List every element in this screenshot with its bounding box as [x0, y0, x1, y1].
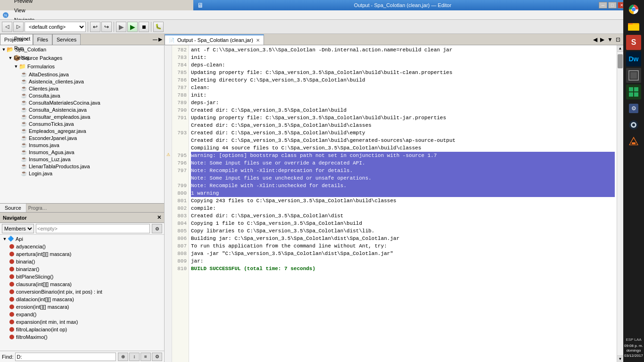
- side-action-icon[interactable]: [165, 106, 172, 113]
- file-item[interactable]: ☕ConsultaMaterialesCocina.java: [0, 99, 164, 106]
- side-action-icon[interactable]: [165, 166, 172, 173]
- find-sort-btn[interactable]: ↕: [129, 353, 140, 361]
- menu-item-preview[interactable]: Preview: [11, 0, 37, 6]
- side-action-icon[interactable]: ⚠: [165, 151, 172, 158]
- back-button[interactable]: ◁: [2, 22, 12, 32]
- file-item[interactable]: ☕Asistencia_clientes.java: [0, 78, 164, 85]
- side-action-icon[interactable]: [165, 196, 172, 204]
- api-class-item[interactable]: ▼ 🔷 Api: [0, 235, 164, 243]
- side-action-icon[interactable]: [165, 45, 172, 53]
- nav-method-item[interactable]: filtroLaplaciano(int op): [0, 326, 164, 333]
- side-action-icon[interactable]: [165, 90, 172, 98]
- scroll-up-btn[interactable]: ▲: [617, 45, 623, 52]
- members-dropdown[interactable]: Members: [2, 224, 34, 233]
- taskbar-s-icon[interactable]: S: [626, 35, 641, 50]
- side-action-icon[interactable]: [165, 234, 172, 241]
- minimize-button[interactable]: ─: [599, 2, 607, 8]
- panel-dash-button[interactable]: ─: [153, 36, 157, 43]
- nav-method-item[interactable]: bitPlaneSlicing(): [0, 273, 164, 280]
- side-action-icon[interactable]: [165, 53, 172, 60]
- side-action-icon[interactable]: [165, 83, 172, 90]
- file-item[interactable]: ☕Insumos_Agua.java: [0, 148, 164, 156]
- menu-item-view[interactable]: View: [11, 6, 37, 15]
- run-main-button[interactable]: ▶: [127, 22, 138, 32]
- side-action-icon[interactable]: [165, 121, 172, 128]
- side-action-icon[interactable]: [165, 136, 172, 143]
- taskbar-gear-icon[interactable]: ⚙: [626, 101, 641, 116]
- undo-button[interactable]: ↩: [90, 22, 100, 32]
- menu-item-debug[interactable]: Debug: [11, 53, 37, 62]
- side-action-icon[interactable]: [165, 219, 172, 226]
- nav-method-item[interactable]: dilatacion(int[][] mascara): [0, 296, 164, 303]
- side-action-icon[interactable]: [165, 241, 172, 249]
- panel-right-button[interactable]: ▶: [158, 36, 162, 42]
- find-filter-btn[interactable]: ≡: [140, 353, 151, 361]
- side-action-icon[interactable]: [165, 211, 172, 219]
- maximize-button[interactable]: □: [608, 2, 617, 8]
- nav-method-item[interactable]: apertura(int[][] mascara): [0, 250, 164, 258]
- find-prev-btn[interactable]: ⊕: [118, 353, 128, 361]
- nav-method-item[interactable]: adyacencia(): [0, 243, 164, 250]
- nav-method-item[interactable]: expand(): [0, 311, 164, 318]
- file-item[interactable]: ☕Consulta_Asistencia.java: [0, 106, 164, 113]
- file-item[interactable]: ☕ConsumoTicks.java: [0, 120, 164, 127]
- file-item[interactable]: ☕Empleados_agregar.java: [0, 127, 164, 134]
- nav-method-item[interactable]: filtroMaximo(): [0, 333, 164, 341]
- side-action-icon[interactable]: [165, 60, 172, 68]
- run-project-button[interactable]: ▶: [116, 22, 126, 32]
- menu-item-run[interactable]: Run: [11, 43, 37, 53]
- taskbar-grid-icon[interactable]: [626, 84, 641, 99]
- tab-nav-right[interactable]: ▶: [599, 36, 605, 43]
- source-tab[interactable]: Source: [0, 204, 26, 212]
- nav-method-item[interactable]: binaria(): [0, 258, 164, 265]
- side-action-icon[interactable]: [165, 98, 172, 106]
- config-dropdown[interactable]: <default config>: [25, 22, 86, 32]
- nav-method-item[interactable]: erosion(int[][] mascara): [0, 303, 164, 311]
- side-action-icon[interactable]: [165, 181, 172, 189]
- restore-btn[interactable]: ⊡: [615, 36, 621, 43]
- side-action-icon[interactable]: [165, 158, 172, 166]
- vertical-scrollbar[interactable]: ▲ ▼: [617, 45, 623, 362]
- nav-method-item[interactable]: expansion(int min, int max): [0, 318, 164, 326]
- file-item[interactable]: ☕Consulta.java: [0, 92, 164, 99]
- taskbar-vlc-icon[interactable]: [626, 134, 641, 149]
- side-action-icon[interactable]: [165, 173, 172, 181]
- scroll-thumb[interactable]: [618, 54, 623, 68]
- tab-nav-left[interactable]: ◀: [592, 36, 598, 43]
- tab-services[interactable]: Services: [52, 34, 81, 45]
- navigator-settings-btn[interactable]: ⚙: [152, 224, 162, 233]
- file-item[interactable]: ☕EsconderJpanel.java: [0, 134, 164, 141]
- debug-button[interactable]: 🐛: [153, 22, 164, 32]
- side-action-icon[interactable]: [165, 264, 172, 272]
- taskbar-steam-icon[interactable]: [626, 117, 641, 132]
- nav-method-item[interactable]: conversionBinario(int pix, int pos) : in…: [0, 288, 164, 296]
- taskbar-square-icon[interactable]: [626, 68, 641, 83]
- side-action-icon[interactable]: [165, 113, 172, 121]
- stop-button[interactable]: ⏹: [139, 22, 149, 32]
- nav-method-item[interactable]: binarizar(): [0, 265, 164, 273]
- navigator-filter-input[interactable]: [36, 224, 150, 233]
- side-action-icon[interactable]: [165, 204, 172, 211]
- forward-button[interactable]: ▷: [13, 22, 24, 32]
- menu-item-project[interactable]: Project: [11, 34, 37, 43]
- file-item[interactable]: ☕Clientes.java: [0, 85, 164, 92]
- nav-method-item[interactable]: clausura(int[][] mascara): [0, 280, 164, 288]
- file-item[interactable]: ☕LlenarTablaProductos.java: [0, 163, 164, 170]
- editor-tab-close-btn[interactable]: ✕: [256, 38, 260, 43]
- file-item[interactable]: ☕Insumos_Luz.java: [0, 156, 164, 163]
- formularios-item[interactable]: ▼ 📁 Formularios: [0, 62, 164, 71]
- file-item[interactable]: ☕AltaDestinos.java: [0, 71, 164, 78]
- file-item[interactable]: ☕Login.java: [0, 170, 164, 177]
- side-action-icon[interactable]: [165, 189, 172, 196]
- scroll-down-btn[interactable]: ▼: [617, 355, 623, 362]
- side-action-icon[interactable]: [165, 68, 172, 75]
- output-text-area[interactable]: ant -f C:\\Spa_version_3.5\\Spa_Colotlan…: [189, 45, 617, 362]
- taskbar-folder-icon[interactable]: [626, 18, 641, 33]
- side-action-icon[interactable]: [165, 226, 172, 234]
- side-action-icon[interactable]: [165, 128, 172, 136]
- tab-menu-btn[interactable]: ▼: [606, 36, 614, 43]
- navigator-close[interactable]: ✕: [157, 214, 161, 221]
- side-action-icon[interactable]: [165, 249, 172, 256]
- side-action-icon[interactable]: [165, 75, 172, 83]
- find-input[interactable]: [15, 353, 116, 361]
